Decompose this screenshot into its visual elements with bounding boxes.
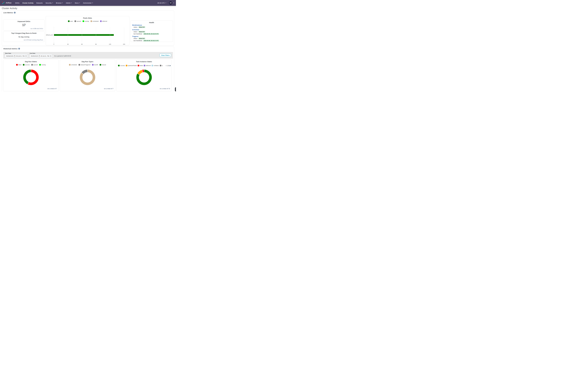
nav-item-label: Astronomer [83, 2, 92, 4]
legend-item-open[interactable]: open [68, 20, 73, 22]
airflow-brand[interactable]: Airflow [2, 1, 11, 4]
legend-item-running[interactable]: running [39, 64, 46, 66]
clear-filters-button[interactable]: Clear Filters [160, 54, 171, 57]
legend-label: running [41, 64, 46, 66]
nav-item-docs[interactable]: Docs [75, 2, 80, 4]
dag-run-states-card: Dag Run States failedsuccessqueuedrunnin… [3, 60, 59, 91]
info-icon[interactable]: i [14, 12, 16, 13]
x-tick-label: 60 [81, 44, 83, 45]
nav-item-datasets[interactable]: Datasets [36, 2, 43, 4]
legend-item-manual[interactable]: manual [100, 64, 106, 66]
legend-item-backfill[interactable]: backfill [92, 64, 98, 66]
nav-item-browse[interactable]: Browse [56, 2, 63, 4]
nav-item-label: DAGs [15, 2, 20, 4]
legend-swatch [126, 65, 127, 66]
legend-item-queued[interactable]: queued [75, 20, 81, 22]
legend-swatch [75, 21, 76, 22]
legend-swatch [100, 21, 102, 22]
legend-label: success [120, 65, 125, 66]
dag-run-types-donut[interactable] [80, 70, 95, 85]
nav-item-dags[interactable]: DAGs [15, 2, 20, 4]
chevron-left-icon[interactable] [166, 65, 166, 66]
legend-label: success [25, 64, 30, 66]
live-metrics-heading-label: Live Metrics [3, 12, 13, 14]
chevron-right-icon[interactable] [170, 65, 171, 66]
health-card: Health MetaDatabasestatus:HEALTHYSchedul… [130, 21, 173, 42]
health-status-badge: 2025-05-09, 20:16:20 UTC [143, 33, 159, 35]
legend-swatch [83, 21, 84, 22]
legend-item-deferred[interactable]: deferred [144, 65, 151, 66]
nav-item-label: Admin [66, 2, 70, 4]
timezone-selector[interactable]: 20:16 UTC [157, 2, 166, 4]
default-pool-open-bar[interactable] [54, 34, 114, 36]
legend-swatch [151, 65, 153, 66]
legend-item-upstreamFailed[interactable]: upstreamFailed [126, 65, 137, 66]
legend-item-deferred[interactable]: deferred [100, 20, 107, 22]
legend-swatch [160, 65, 161, 66]
health-row: last heartbeat:2025-05-09, 20:16:20 UTC [133, 33, 171, 35]
x-tick-label: 90 [95, 44, 97, 45]
nav-item-astronomer[interactable]: Astronomer [83, 2, 93, 4]
start-date-input[interactable]: 05/08/2025 09:16:01 PM [5, 54, 28, 58]
info-icon[interactable]: i [18, 48, 20, 50]
donut-hole [82, 72, 93, 83]
nav-item-admin[interactable]: Admin [66, 2, 72, 4]
dag-run-states-title: Dag Run States [3, 61, 58, 63]
top5-footer: out of 0 total running Dag Runs [24, 39, 43, 41]
health-status-badge: HEALTHY [139, 31, 145, 33]
nav-item-cluster-activity[interactable]: Cluster Activity [22, 2, 33, 4]
legend-item-failed[interactable]: failed [16, 64, 22, 66]
start-ampm: PM [22, 55, 25, 57]
user-avatar[interactable]: AU [169, 1, 172, 5]
legend-item-failed[interactable]: failed [138, 65, 143, 66]
x-tick-label: 0 [54, 44, 54, 45]
health-status-badge: HEALTHY [139, 26, 145, 28]
health-component-link[interactable]: Scheduler [132, 29, 171, 31]
legend-item-success[interactable]: success [23, 64, 30, 66]
legend-label: queued [33, 64, 38, 66]
legend-swatch [91, 21, 92, 22]
health-row-label: status: [133, 26, 138, 28]
legend-swatch [69, 64, 71, 65]
airflow-logo-icon [2, 1, 5, 4]
gridline [124, 27, 124, 43]
gridline [54, 27, 54, 43]
clock-icon [50, 55, 51, 57]
x-tick-label: 150 [123, 44, 125, 45]
clock-label: 20:16 UTC [157, 2, 165, 4]
start-time-value: 09:16:01 [16, 55, 22, 57]
dag-run-types-card: Dag Run Types scheduleddatasetTriggeredb… [60, 60, 115, 91]
health-component-link[interactable]: MetaDatabase [132, 24, 171, 26]
legend-label: queued [77, 20, 81, 22]
chevron-down-icon [79, 3, 80, 3]
legend-label: queued [162, 65, 163, 66]
legend-item-noStatus[interactable]: noStatus [151, 65, 159, 66]
floating-corner-button[interactable] [175, 87, 176, 91]
legend-item-running[interactable]: running [83, 20, 89, 22]
navbar-fade [0, 6, 176, 8]
legend-item-datasetTriggered[interactable]: datasetTriggered [78, 64, 90, 66]
legend-item-success[interactable]: success [118, 65, 125, 66]
legend-swatch [39, 64, 41, 65]
brand-name: Airflow [6, 2, 11, 4]
task-instance-states-donut[interactable] [136, 70, 152, 85]
nav-item-security[interactable]: Security [45, 2, 53, 4]
legend-item-scheduled[interactable]: scheduled [91, 20, 98, 22]
end-date-input[interactable]: 05/09/2025 09:16:01 PM [30, 54, 52, 58]
health-row: status:HEALTHY [133, 26, 171, 28]
legend-pagination: 1/3 [166, 65, 171, 66]
legend-label: scheduled [93, 20, 98, 22]
legend-swatch [138, 65, 139, 66]
health-component-link[interactable]: Triggerer [132, 36, 171, 37]
legend-item-queued[interactable]: queued [31, 64, 38, 66]
pools-legend: openqueuedrunningscheduleddeferred [46, 20, 129, 22]
legend-item-scheduled[interactable]: scheduled [69, 64, 77, 66]
dag-run-states-donut[interactable] [23, 70, 39, 85]
nav-item-label: Cluster Activity [22, 2, 33, 4]
legend-item-queued[interactable]: queued [160, 65, 163, 66]
live-metrics-section: Live Metrics i Unpaused DAGs 17 out of 2… [2, 11, 174, 45]
start-date-group: Start Date 05/08/2025 09:16:01 PM [5, 53, 28, 58]
chevron-down-icon[interactable] [173, 3, 174, 3]
health-components: MetaDatabasestatus:HEALTHYSchedulerstatu… [132, 24, 171, 42]
legend-swatch [78, 64, 80, 65]
